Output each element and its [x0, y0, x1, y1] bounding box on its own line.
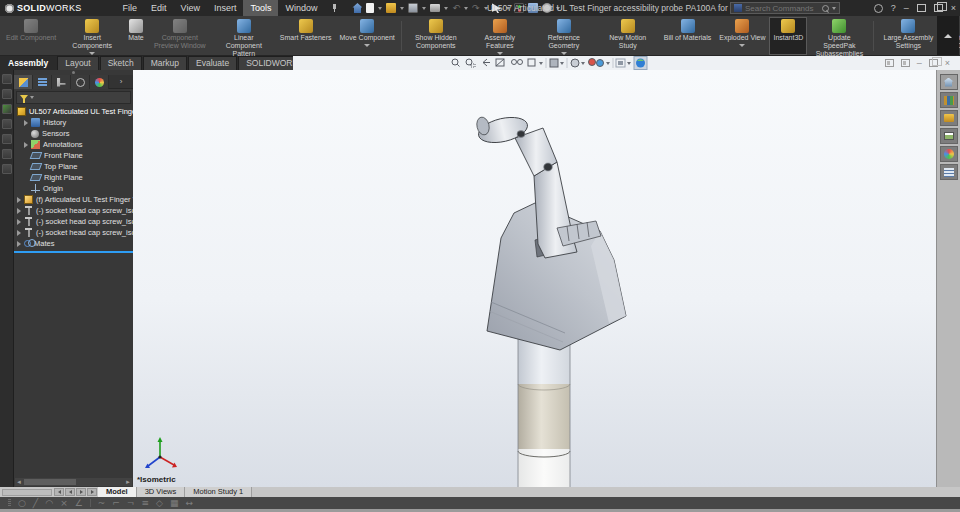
tab-scrollbar[interactable] [2, 489, 52, 496]
toolbar-grip[interactable] [8, 499, 11, 507]
tree-item-front-plane[interactable]: Front Plane [14, 150, 133, 161]
pin-menu-icon[interactable] [330, 4, 338, 12]
filter-funnel-icon[interactable] [20, 95, 28, 100]
save-dropdown-caret-icon[interactable] [422, 7, 426, 10]
print-dropdown-caret-icon[interactable] [444, 7, 448, 10]
open-dropdown-caret-icon[interactable] [400, 7, 404, 10]
redo-icon[interactable]: ↷ [472, 3, 480, 13]
expand-arrow-icon[interactable] [17, 219, 24, 225]
dropdown-caret-icon[interactable] [364, 44, 370, 47]
collapse-ribbon-button[interactable] [937, 16, 959, 55]
expand-arrow-icon[interactable] [17, 241, 24, 247]
maximize-icon[interactable] [917, 4, 926, 12]
tree-item-top-plane[interactable]: Top Plane [14, 161, 133, 172]
tree-item-origin[interactable]: Origin [14, 183, 133, 194]
save-icon[interactable] [408, 3, 418, 13]
tab-sketch[interactable]: Sketch [100, 56, 142, 70]
tree-item-annotations[interactable]: Annotations [14, 139, 133, 150]
expand-arrow-icon[interactable] [17, 230, 24, 236]
collapsed-tool-icon[interactable] [2, 149, 12, 159]
heads-up-icons[interactable] [450, 56, 650, 70]
tab-assembly[interactable]: Assembly [0, 56, 56, 70]
new-motion-study-button[interactable]: New Motion Study [596, 17, 660, 55]
graphics-viewport[interactable]: *Isometric [133, 70, 936, 487]
show-hidden-components-button[interactable]: Show Hidden Components [404, 17, 468, 55]
tree-item-screw2[interactable]: (-) socket head cap screw_iso<2> [14, 216, 133, 227]
tree-item-part[interactable]: (f) Articulated UL Test Finger V.1< [14, 194, 133, 205]
collapsed-tool-icon[interactable] [2, 164, 12, 174]
collapsed-tool-icon[interactable] [2, 104, 12, 114]
tab-evaluate[interactable]: Evaluate [188, 56, 237, 70]
home-icon[interactable] [352, 3, 362, 13]
update-speedpak-subassemblies-button[interactable]: Update SpeedPak Subassemblies [807, 17, 871, 55]
featuremanager-tab[interactable] [14, 75, 33, 89]
expand-arrow-icon[interactable] [17, 197, 24, 203]
restore-icon[interactable] [934, 4, 943, 12]
bill-of-materials-button[interactable]: Bill of Materials [660, 17, 715, 55]
tab-overflow-arrow-icon[interactable]: › [109, 75, 133, 88]
collapsed-tool-icon[interactable] [2, 134, 12, 144]
test-finger-model[interactable] [133, 70, 936, 487]
file-explorer-tab[interactable] [940, 110, 958, 126]
scrollbar-thumb[interactable] [24, 479, 76, 485]
expand-arrow-icon[interactable] [17, 208, 24, 214]
appearances-tab[interactable] [940, 146, 958, 162]
tree-horizontal-scrollbar[interactable]: ◄ ► [15, 478, 132, 486]
undo-dropdown-caret-icon[interactable] [464, 7, 468, 10]
design-library-tab[interactable] [940, 92, 958, 108]
doc-restore-icon[interactable] [929, 59, 938, 67]
menu-window[interactable]: Window [278, 0, 324, 16]
dimxpertmanager-tab[interactable] [71, 75, 90, 89]
help-icon[interactable]: ? [891, 0, 896, 16]
rollback-bar[interactable] [14, 251, 133, 253]
view-palette-tab[interactable] [940, 128, 958, 144]
task-pane-home-tab[interactable] [940, 74, 958, 90]
menu-edit[interactable]: Edit [144, 0, 174, 16]
prev-tab-button[interactable] [65, 488, 75, 496]
doc-minimize-icon[interactable]: – [917, 58, 922, 68]
collapsed-tool-icon[interactable] [2, 119, 12, 129]
collapsed-tool-icon[interactable] [2, 74, 12, 84]
tab-model[interactable]: Model [98, 487, 137, 497]
dropdown-caret-icon[interactable] [561, 52, 567, 55]
menu-file[interactable]: File [116, 0, 145, 16]
search-commands-box[interactable] [730, 2, 840, 14]
articulated-finger[interactable] [475, 113, 601, 258]
pane-right-icon[interactable] [901, 59, 910, 67]
dropdown-caret-icon[interactable] [89, 52, 95, 55]
large-assembly-settings-button[interactable]: Large Assembly Settings [876, 17, 940, 55]
dropdown-caret-icon[interactable] [739, 44, 745, 47]
close-icon[interactable]: × [951, 0, 956, 16]
last-tab-button[interactable] [87, 488, 97, 496]
menu-insert[interactable]: Insert [207, 0, 244, 16]
propertymanager-tab[interactable] [33, 75, 52, 89]
new-document-icon[interactable] [366, 3, 374, 13]
dropdown-caret-icon[interactable] [497, 52, 503, 55]
tab-3d-views[interactable]: 3D Views [137, 487, 186, 497]
reference-geometry-button[interactable]: Reference Geometry [532, 17, 596, 55]
custom-properties-tab[interactable] [940, 164, 958, 180]
move-component-button[interactable]: Move Component [336, 17, 399, 55]
minimize-icon[interactable]: – [904, 0, 909, 16]
tree-item-right-plane[interactable]: Right Plane [14, 172, 133, 183]
pane-left-icon[interactable] [885, 59, 894, 67]
linear-component-pattern-button[interactable]: Linear Component Pattern [212, 17, 276, 55]
open-icon[interactable] [386, 3, 396, 13]
first-tab-button[interactable] [54, 488, 64, 496]
doc-close-icon[interactable]: × [945, 58, 950, 68]
search-dropdown-caret-icon[interactable] [832, 7, 836, 10]
scroll-left-arrow-icon[interactable]: ◄ [15, 478, 23, 486]
tree-item-history[interactable]: History [14, 117, 133, 128]
collapsed-tool-icon[interactable] [2, 89, 12, 99]
tree-item-screw3[interactable]: (-) socket head cap screw_iso<3> [14, 227, 133, 238]
undo-icon[interactable]: ↶ [452, 3, 460, 13]
expand-arrow-icon[interactable] [24, 142, 31, 148]
displaymanager-tab[interactable] [90, 75, 109, 89]
menu-tools[interactable]: Tools [243, 0, 278, 16]
smart-fasteners-button[interactable]: Smart Fasteners [276, 17, 336, 55]
print-icon[interactable] [430, 4, 440, 12]
filter-caret-icon[interactable] [30, 96, 34, 99]
tree-root-item[interactable]: UL507 Articulated UL Test Finger acce [14, 105, 133, 117]
assembly-features-button[interactable]: Assembly Features [468, 17, 532, 55]
new-dropdown-caret-icon[interactable] [378, 7, 382, 10]
